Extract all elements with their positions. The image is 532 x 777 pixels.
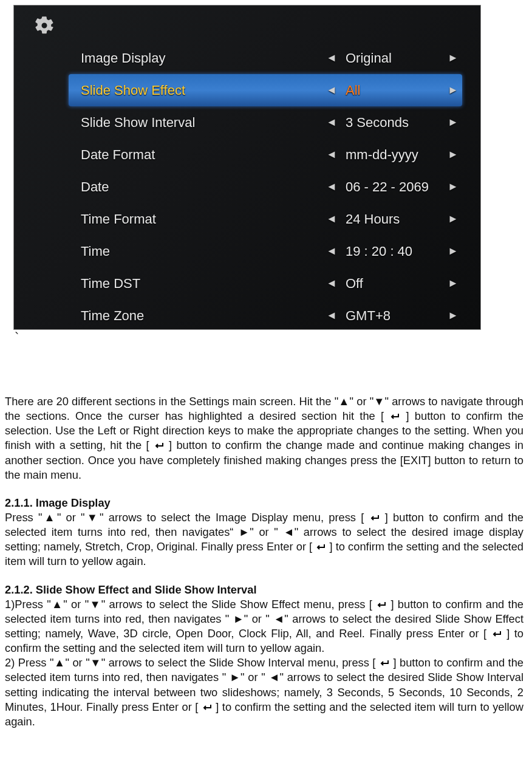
gear-icon	[33, 15, 55, 36]
arrow-left-icon[interactable]: ◄	[322, 245, 341, 258]
settings-row-value: 24 Hours	[341, 211, 444, 227]
heading-slide-show: 2.1.2. Slide Show Effect and Slide Show …	[5, 583, 523, 597]
settings-menu: Image Display◄Original►Slide Show Effect…	[14, 42, 480, 330]
settings-row[interactable]: Image Display◄Original►	[81, 42, 462, 74]
settings-row-label: Slide Show Effect	[81, 83, 322, 98]
enter-icon	[389, 412, 400, 421]
arrow-left-icon[interactable]: ◄	[322, 148, 341, 161]
slide-show-effect-paragraph: 1)Press "▲" or "▼" arrows to select the …	[5, 597, 523, 656]
settings-row-value: Original	[341, 50, 444, 66]
enter-icon	[491, 630, 502, 638]
settings-row-label: Image Display	[81, 50, 322, 66]
settings-row-value: 3 Seconds	[341, 115, 444, 131]
settings-row[interactable]: Time◄19 : 20 : 40►	[81, 235, 462, 267]
arrow-left-icon[interactable]: ◄	[322, 213, 341, 225]
arrow-right-icon[interactable]: ►	[444, 116, 462, 129]
arrow-right-icon[interactable]: ►	[444, 309, 462, 322]
settings-row-value: Off	[341, 276, 444, 292]
enter-icon	[315, 543, 326, 552]
settings-row-value: All	[341, 83, 444, 98]
arrow-right-icon[interactable]: ►	[444, 213, 462, 225]
enter-icon	[154, 442, 165, 450]
heading-image-display: 2.1.1. Image Display	[5, 496, 523, 510]
settings-row-label: Time Zone	[81, 308, 322, 324]
arrow-right-icon[interactable]: ►	[444, 84, 462, 97]
settings-row-label: Time	[81, 244, 322, 259]
settings-row[interactable]: Time DST◄Off►	[81, 267, 462, 300]
document-body: There are 20 different sections in the S…	[0, 346, 532, 741]
arrow-left-icon[interactable]: ◄	[322, 84, 341, 97]
arrow-right-icon[interactable]: ►	[444, 277, 462, 290]
arrow-right-icon[interactable]: ►	[444, 180, 462, 193]
settings-row-value: mm-dd-yyyy	[341, 147, 444, 163]
settings-row[interactable]: Date Format◄mm-dd-yyyy►	[81, 139, 462, 171]
settings-row-label: Time DST	[81, 276, 322, 292]
settings-row[interactable]: Time Format◄24 Hours►	[81, 203, 462, 235]
arrow-left-icon[interactable]: ◄	[322, 52, 341, 64]
settings-row[interactable]: Slide Show Interval◄3 Seconds►	[81, 106, 462, 139]
enter-icon	[376, 601, 387, 609]
settings-row[interactable]: Time Zone◄GMT+8►	[81, 300, 462, 330]
image-display-paragraph: Press "▲" or "▼" arrows to select the Im…	[5, 510, 523, 569]
stray-backtick: `	[15, 330, 19, 346]
arrow-left-icon[interactable]: ◄	[322, 116, 341, 129]
intro-paragraph: There are 20 different sections in the S…	[5, 394, 523, 482]
settings-row-value: 06 - 22 - 2069	[341, 179, 444, 195]
settings-row[interactable]: Date◄06 - 22 - 2069►	[81, 171, 462, 203]
enter-icon	[379, 659, 390, 668]
arrow-right-icon[interactable]: ►	[444, 52, 462, 64]
slide-show-interval-paragraph: 2) Press "▲" or "▼" arrows to select the…	[5, 655, 523, 729]
arrow-right-icon[interactable]: ►	[444, 148, 462, 161]
settings-row[interactable]: Slide Show Effect◄All►	[69, 74, 462, 106]
enter-icon	[202, 703, 213, 712]
settings-row-label: Date Format	[81, 147, 322, 163]
arrow-left-icon[interactable]: ◄	[322, 309, 341, 322]
settings-row-value: 19 : 20 : 40	[341, 244, 444, 259]
settings-row-label: Date	[81, 179, 322, 195]
arrow-left-icon[interactable]: ◄	[322, 277, 341, 290]
enter-icon	[369, 514, 380, 522]
settings-row-label: Time Format	[81, 211, 322, 227]
settings-screenshot: Image Display◄Original►Slide Show Effect…	[13, 5, 481, 330]
arrow-right-icon[interactable]: ►	[444, 245, 462, 258]
arrow-left-icon[interactable]: ◄	[322, 180, 341, 193]
settings-row-value: GMT+8	[341, 308, 444, 324]
settings-row-label: Slide Show Interval	[81, 115, 322, 131]
